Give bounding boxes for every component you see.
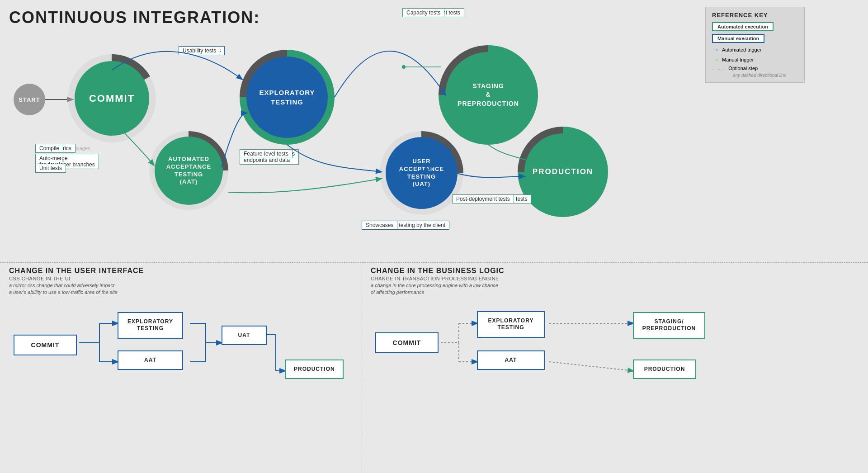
- et-label-usability: Usability tests: [179, 46, 220, 55]
- br-prod-box: PRODUCTION: [633, 359, 696, 379]
- commit-labels-group: Syntax check Code metrics Compile for co…: [35, 144, 93, 164]
- uat-label-showcases: Showcases: [362, 221, 397, 230]
- bl-et-box: EXPLORATORY TESTING: [118, 312, 183, 339]
- bl-uat-box: UAT: [222, 326, 267, 345]
- svg-line-22: [549, 362, 633, 371]
- bottom-left-desc: a mirror css change that could adversely…: [9, 282, 326, 296]
- ref-automated-box: Automated execution: [712, 22, 774, 31]
- bottom-right-subtitle: CHANGE IN TRANSACTION PROCESSING ENGINE: [371, 276, 732, 281]
- page-title: CONTINUOUS INTEGRATION:: [9, 8, 260, 27]
- ref-auto-trigger: → Automated trigger: [712, 46, 798, 54]
- ref-manual-box: Manual execution: [712, 34, 764, 43]
- svg-point-1: [402, 65, 406, 69]
- ref-manual-trigger: → Manual trigger: [712, 56, 798, 64]
- staging-circle: STAGING & PREPRODUCTION: [445, 52, 531, 138]
- bottom-left-flow: COMMIT: [9, 303, 326, 393]
- commit-label-compile: Compile: [35, 144, 63, 153]
- bottom-left-title: CHANGE IN THE USER INTERFACE: [9, 267, 326, 275]
- prod-circle: PRODUCTION: [524, 133, 601, 210]
- br-et-box: EXPLORATORY TESTING: [477, 311, 545, 338]
- uat-circle: USER ACCEPTANCE TESTING (UAT): [386, 137, 458, 209]
- vertical-separator: [362, 262, 362, 473]
- bottom-right-flow: COMMIT EXPLORATORY TESTING AAT STAGING/ …: [371, 303, 732, 393]
- et-circle: EXPLORATORY TESTING: [246, 57, 328, 138]
- prod-label-postdeploy: Post-deployment tests: [452, 194, 514, 203]
- bottom-divider: [0, 262, 868, 263]
- aat-circle: AUTOMATED ACCEPTANCE TESTING (AAT): [155, 137, 223, 205]
- reference-key: REFERENCE KEY Automated execution Manual…: [705, 7, 805, 83]
- commit-circle: COMMIT: [75, 61, 149, 136]
- staging-label-capacity: Capacity tests: [402, 8, 444, 17]
- commit-label-unit: Unit tests: [35, 164, 66, 173]
- bl-aat-box: AAT: [118, 350, 183, 370]
- ref-optional-note: any dashed directional line: [712, 73, 798, 78]
- aat-label-feature: Feature-level tests: [240, 149, 292, 158]
- br-commit-box: COMMIT: [375, 332, 439, 353]
- br-aat-box: AAT: [477, 350, 545, 370]
- ref-optional: ...... Optional step: [712, 66, 798, 71]
- br-staging-box: STAGING/ PREPRODUCTION: [633, 312, 705, 339]
- ref-key-title: REFERENCE KEY: [712, 12, 798, 19]
- bottom-left-subtitle: CSS CHANGE IN THE UI: [9, 276, 326, 281]
- start-node: START: [14, 84, 45, 115]
- bottom-right-title: CHANGE IN THE BUSINESS LOGIC: [371, 267, 732, 275]
- bl-prod-box: PRODUCTION: [285, 359, 344, 379]
- bottom-left-section: CHANGE IN THE USER INTERFACE CSS CHANGE …: [9, 267, 326, 393]
- bottom-right-desc: a change in the core processing engine w…: [371, 282, 732, 296]
- bottom-right-section: CHANGE IN THE BUSINESS LOGIC CHANGE IN T…: [371, 267, 732, 393]
